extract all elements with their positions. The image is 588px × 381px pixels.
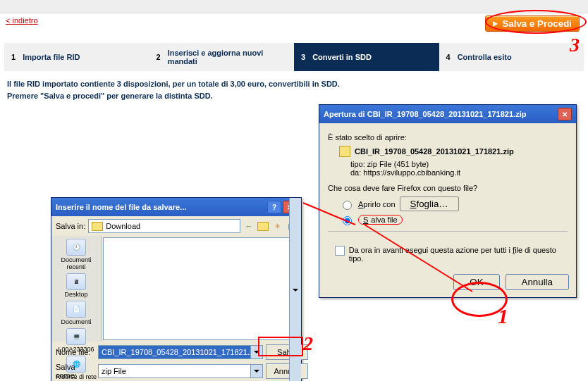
radio-open-label: Aprirlo con [358,200,396,208]
remember-label: Da ora in avanti esegui questa azione pe… [349,246,568,263]
annotation-number-2: 2 [303,332,313,355]
info-line-1: Il file RID importato contiente 3 dispos… [7,78,581,90]
proceed-label: Salva e Procedi [502,18,572,29]
browse-button[interactable]: Sfoglia… [400,196,459,211]
place-desktop-label: Desktop [64,291,87,298]
save-titlebar[interactable]: Inserire il nome del file da salvare... … [51,198,301,216]
save-and-proceed-button[interactable]: Salva e Procedi [485,15,580,32]
arrow-right-icon [493,21,498,27]
cancel-button[interactable]: Annulla [506,274,569,290]
filename-label: Nome file: [56,348,95,356]
remember-checkbox[interactable] [335,246,345,256]
back-icon[interactable]: ← [243,220,255,232]
save-title: Inserire il nome del file da salvare... [56,203,186,211]
help-icon[interactable]: ? [267,201,281,213]
filename-input[interactable]: CBI_IR_19708_05428_20131021_171821.zip [98,345,263,359]
step-1-title: Importa file RID [23,53,80,61]
page-topbar [0,0,588,13]
savetype-value: zip File [102,367,126,375]
place-documents-label: Documenti [61,318,91,325]
ff-prompt-1: È stato scelto di aprire: [328,133,568,142]
documents-icon: 📄 [66,301,86,318]
ff-titlebar[interactable]: Apertura di CBI_IR_19708_05428_20131021_… [319,105,576,123]
save-cancel-button[interactable]: Annulla [266,363,308,379]
places-bar: 🕘Documenti recenti 🖥Desktop 📄Documenti 💻… [51,236,102,342]
place-documents[interactable]: 📄Documenti [61,301,91,325]
zip-file-icon [339,146,350,157]
file-list[interactable] [103,237,300,340]
ff-from-label: da: [350,168,361,177]
annotation-number-3: 3 [570,34,580,56]
step-3-active[interactable]: 3Converti in SDD [294,43,439,71]
step-4-title: Controlla esito [458,53,512,61]
desktop-icon: 🖥 [66,273,86,290]
firefox-download-dialog: Apertura di CBI_IR_19708_05428_20131021_… [319,104,577,298]
ff-prompt-2: Che cosa deve fare Firefox con questo fi… [328,184,568,192]
close-icon[interactable]: ✕ [558,108,572,120]
savein-combo[interactable]: Download [88,219,240,233]
savein-value: Download [106,222,140,230]
step-4-num: 4 [446,53,451,61]
annotation-ring-savefile: Salva file [358,215,403,225]
info-line-2: Premere "Salva e procedi" per generare l… [7,90,581,102]
info-text: Il file RID importato contiente 3 dispos… [0,71,588,101]
step-2-num: 2 [157,53,161,61]
step-1-num: 1 [11,53,16,61]
place-recent-label: Documenti recenti [53,256,99,270]
ff-title: Apertura di CBI_IR_19708_05428_20131021_… [324,110,526,118]
annotation-number-1: 1 [498,304,508,328]
place-desktop[interactable]: 🖥Desktop [64,273,87,298]
step-4[interactable]: 4Controlla esito [439,43,584,71]
savein-label: Salva in: [56,222,85,230]
ff-type-value: zip File (451 byte) [367,160,429,168]
ff-type-label: tipo: [350,160,365,168]
computer-icon: 💻 [66,328,86,345]
step-2[interactable]: 2Inserisci e aggiorna nuovi mandati [149,43,295,71]
step-3-num: 3 [301,53,305,61]
ff-from-value: https://sviluppo.cbibanking.it [363,168,460,177]
new-folder-icon[interactable]: ✶ [271,220,283,232]
recent-documents-icon: 🕘 [66,239,86,256]
savetype-combo[interactable]: zip File [98,364,263,378]
step-1[interactable]: 1Importa file RID [4,43,149,71]
savetype-chevron-icon[interactable] [250,365,262,377]
proceed-area: Salva e Procedi 3 [485,15,580,32]
folder-icon [92,222,103,231]
up-one-level-icon[interactable] [257,220,269,232]
place-recent[interactable]: 🕘Documenti recenti [53,239,99,270]
step-3-title: Converti in SDD [312,53,372,61]
radio-open-with[interactable] [343,201,352,210]
step-2-title: Inserisci e aggiorna nuovi mandati [168,49,287,65]
filename-value: CBI_IR_19708_05428_20131021_171821.zip [102,348,259,356]
radio-save-file[interactable] [343,216,352,225]
wizard-steps: 1Importa file RID 2Inserisci e aggiorna … [4,43,584,71]
savetype-label: Salva come: [56,363,95,380]
annotation-rect-salva [258,337,303,356]
back-link[interactable]: < indietro [0,13,44,27]
ff-filename: CBI_IR_19708_05428_20131021_171821.zip [355,147,514,156]
